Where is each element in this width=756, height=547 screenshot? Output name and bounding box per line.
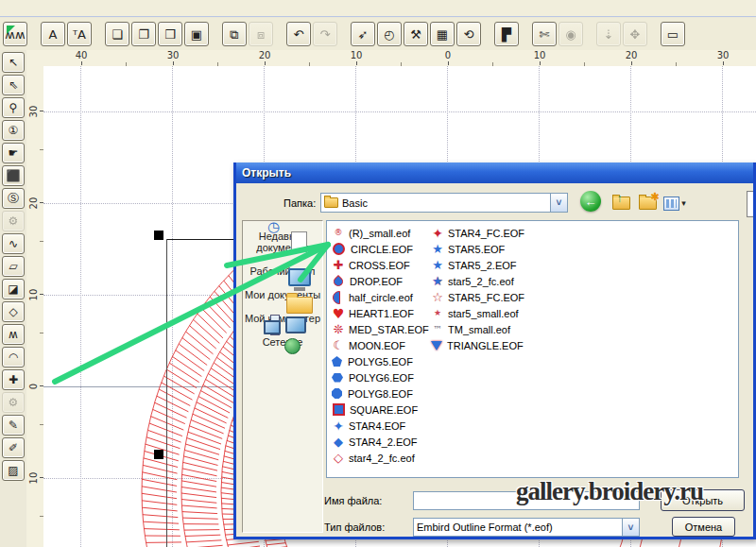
filename-input[interactable]: [413, 491, 640, 510]
measure-button[interactable]: ➶: [351, 22, 375, 46]
zoom-actual-tool[interactable]: ①: [2, 120, 25, 141]
regenerate-button[interactable]: ⟲: [456, 22, 481, 46]
open-button[interactable]: Открыть: [661, 489, 745, 511]
star5ro-icon: [431, 275, 444, 288]
node-edit-tool[interactable]: ⇖: [2, 75, 25, 95]
circle-icon: [333, 243, 345, 255]
zoom-tool[interactable]: ⚲: [2, 97, 25, 118]
fill-shape-tool[interactable]: ⬛: [2, 165, 25, 186]
file-r-small[interactable]: (R)_small.eof: [332, 225, 429, 241]
file-star5-2[interactable]: STAR5_2.EOF: [431, 257, 524, 273]
file-list[interactable]: (R)_small.eof CIRCLE.EOF CROSS.EOF DROP.…: [326, 220, 739, 478]
small-lettering-button[interactable]: ᵀA: [67, 22, 92, 46]
paste-button[interactable]: ⧈: [249, 22, 273, 46]
hide-stitches-button[interactable]: ◉: [558, 22, 583, 46]
trim-view-button[interactable]: ✄: [532, 22, 557, 46]
medstar-icon: [332, 323, 345, 336]
file-star4[interactable]: STAR4.EOF: [332, 418, 429, 434]
file-star4-2[interactable]: STAR4_2.EOF: [332, 434, 429, 450]
plus-shape-tool[interactable]: ✚: [2, 369, 25, 390]
file-name: star4_2_fc.eof: [349, 453, 415, 464]
file-triangle[interactable]: TRIANGLE.EOF: [431, 337, 524, 353]
cancel-button[interactable]: Отмена: [672, 517, 735, 537]
place-network[interactable]: Сетевое: [243, 336, 322, 348]
toolbar-button-icon: ▛: [502, 28, 511, 41]
copy-button[interactable]: ⧉: [222, 22, 247, 46]
open-design-button[interactable]: ❐: [131, 22, 156, 46]
lettering-button[interactable]: A: [41, 22, 65, 46]
folder-combobox[interactable]: Basic ˅: [320, 193, 568, 213]
file-cross[interactable]: CROSS.EOF: [332, 257, 429, 273]
new-folder-button[interactable]: ✱: [636, 194, 659, 213]
file-star5-2-fc[interactable]: star5_2_fc.eof: [431, 273, 524, 289]
design-mode-button[interactable]: ʍʍ: [3, 22, 27, 46]
tool-palette: ↖⇖⚲①☛⬛Ⓢ⚙∿▱◪◇ʍ◠✚⚙✎✐▨: [0, 50, 26, 547]
file-circle[interactable]: CIRCLE.EOF: [332, 241, 429, 257]
import-design-button[interactable]: ❒: [158, 22, 182, 46]
place-desktop[interactable]: Рабочий стол: [243, 265, 322, 277]
place-recent-documents[interactable]: Недавние документы: [243, 231, 322, 253]
file-tm-small[interactable]: TM_small.eof: [431, 321, 524, 337]
select-tool[interactable]: ↖: [2, 52, 25, 73]
file-name: DROP.EOF: [350, 276, 403, 287]
place-my-computer[interactable]: Мой компьютер: [243, 313, 322, 324]
file-star5-small[interactable]: star5_small.eof: [431, 305, 524, 321]
file-polyg8[interactable]: POLYG8.EOF: [332, 385, 429, 402]
file-moon[interactable]: MOON.EOF: [332, 337, 429, 353]
chevron-down-icon[interactable]: ˅: [550, 194, 567, 212]
file-star4-2-fc[interactable]: star4_2_fc.eof: [332, 450, 429, 466]
quad-shape-tool[interactable]: ▱: [2, 256, 25, 277]
square-icon: [333, 403, 345, 416]
new-design-button[interactable]: ❏: [105, 22, 129, 46]
toolbar-button-icon: ❏: [112, 28, 123, 41]
file-polyg6[interactable]: POLYG6.EOF: [332, 369, 429, 385]
file-polyg5[interactable]: POLYG5.EOF: [332, 353, 429, 369]
outline-frame-button[interactable]: ▛: [494, 22, 519, 46]
ruler-label: 30: [28, 104, 40, 119]
file-star4-fc[interactable]: STAR4_FC.EOF: [431, 225, 524, 241]
file-star5-fc[interactable]: STAR5_FC.EOF: [431, 289, 524, 305]
sew-simulator-button[interactable]: ⚒: [404, 22, 428, 46]
back-button[interactable]: ←: [579, 190, 602, 213]
selection-handle[interactable]: [154, 231, 163, 240]
file-half-circle[interactable]: half_circle.eof: [332, 289, 429, 305]
palette-tool-icon: ∿: [9, 238, 18, 249]
pen-tool[interactable]: ✎: [2, 415, 25, 436]
toolbar-button-icon: ▣: [191, 28, 202, 41]
file-square[interactable]: SQUARE.EOF: [332, 402, 429, 418]
file-med-star[interactable]: MED_STAR.EOF: [332, 321, 429, 337]
outline-shape-tool[interactable]: ◇: [2, 301, 25, 322]
curve-tool[interactable]: ∿: [2, 233, 25, 254]
zigzag-tool[interactable]: ʍ: [2, 324, 25, 345]
density-meter-button[interactable]: ◴: [377, 22, 402, 46]
chevron-down-icon[interactable]: ˅: [622, 519, 639, 536]
file-name: STAR4_FC.EOF: [448, 228, 524, 239]
file-name: TM_small.eof: [448, 324, 510, 335]
arc-tool[interactable]: ◠: [2, 347, 25, 368]
redo-button[interactable]: ↷: [313, 22, 337, 46]
fill-pattern-button[interactable]: ▦: [430, 22, 455, 46]
file-heart1[interactable]: HEART1.EOF: [332, 305, 429, 321]
undo-button[interactable]: ↶: [286, 22, 311, 46]
selection-handle[interactable]: [154, 450, 163, 459]
knife-tool[interactable]: ✐: [2, 437, 25, 458]
dialog-title-bar[interactable]: Открыть: [233, 162, 756, 183]
file-star5[interactable]: STAR5.EOF: [431, 241, 524, 257]
step-stitches-button[interactable]: ⇣: [596, 22, 621, 46]
tool-settings[interactable]: ⚙: [2, 211, 25, 231]
hatch-tool[interactable]: ▨: [2, 460, 25, 481]
file-drop[interactable]: DROP.EOF: [332, 273, 429, 289]
filename-label: Имя файла:: [324, 495, 382, 506]
hoop-button[interactable]: ▭: [661, 22, 685, 46]
tool-settings-2[interactable]: ⚙: [2, 392, 25, 413]
view-menu-button[interactable]: ▾: [661, 194, 689, 213]
palette-tool-icon: ⚙: [9, 215, 19, 227]
sfumato-tool[interactable]: Ⓢ: [2, 188, 25, 209]
fold-shape-tool[interactable]: ◪: [2, 279, 25, 299]
pan-tool[interactable]: ☛: [2, 143, 25, 163]
place-my-documents[interactable]: Мои документы: [243, 289, 322, 300]
up-one-level-button[interactable]: ↑: [610, 194, 632, 213]
center-cross-button[interactable]: ✥: [623, 22, 647, 46]
save-design-button[interactable]: ▣: [184, 22, 209, 46]
filetype-combobox[interactable]: Embird Outline Format (*.eof) ˅: [413, 518, 640, 537]
